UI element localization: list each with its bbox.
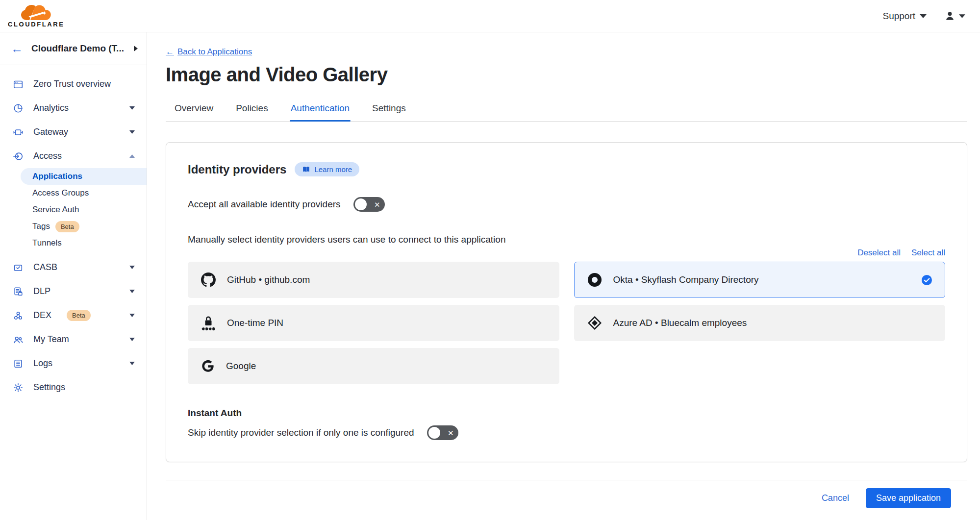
provider-card-google[interactable]: Google [188, 348, 559, 384]
window-icon [13, 79, 24, 90]
chevron-down-icon [920, 14, 927, 18]
sidebar-item-label: Logs [33, 358, 52, 369]
toggle-off-x-icon [448, 429, 454, 437]
learn-more-button[interactable]: Learn more [295, 162, 359, 176]
cloudflare-cloud-icon [20, 4, 53, 21]
chevron-down-icon [959, 14, 965, 18]
sidebar-item-label: Access [33, 151, 62, 161]
account-name[interactable]: Cloudflare Demo (T... [31, 43, 126, 54]
book-icon [302, 165, 310, 173]
beta-badge: Beta [55, 221, 79, 232]
sidebar-item-tunnels[interactable]: Tunnels [0, 235, 147, 251]
instant-auth-label: Skip identity provider selection if only… [188, 427, 414, 438]
footer-divider [166, 480, 967, 480]
cloudflare-wordmark: CLOUDFLARE [8, 21, 65, 28]
selected-check-icon [922, 275, 932, 285]
manual-select-text: Manually select identity providers users… [188, 234, 945, 245]
instant-auth-heading: Instant Auth [188, 408, 945, 419]
sidebar-item-access-groups[interactable]: Access Groups [0, 185, 147, 201]
provider-card-one-time-pin[interactable]: One-time PIN [188, 305, 559, 341]
pie-chart-icon [13, 103, 24, 114]
back-arrow-icon[interactable] [11, 43, 23, 55]
caret-down-icon [129, 106, 135, 110]
caret-down-icon [129, 362, 135, 365]
sidebar-item-label: DLP [33, 286, 50, 297]
account-switcher: Cloudflare Demo (T... [0, 32, 147, 65]
caret-down-icon [129, 130, 135, 134]
people-icon [13, 334, 24, 345]
github-icon [201, 272, 216, 287]
gear-icon [13, 382, 24, 393]
sidebar-item-tags[interactable]: Tags Beta [0, 218, 147, 235]
sidebar-nav: Zero Trust overview Analytics Gateway [0, 65, 147, 399]
cancel-button[interactable]: Cancel [822, 493, 849, 503]
sidebar-item-label: Tunnels [32, 238, 62, 248]
document-lock-icon [13, 286, 24, 297]
toggle-off-x-icon [374, 201, 380, 208]
sidebar-item-access[interactable]: Access [0, 144, 147, 168]
sidebar-item-casb[interactable]: CASB [0, 255, 147, 279]
deselect-all-link[interactable]: Deselect all [857, 248, 901, 258]
toggle-knob [428, 427, 440, 439]
support-menu[interactable]: Support [882, 11, 927, 22]
sidebar-item-gateway[interactable]: Gateway [0, 120, 147, 144]
sidebar-item-dex[interactable]: DEX Beta [0, 303, 147, 327]
provider-label: GitHub • github.com [227, 274, 310, 285]
page-title: Image and Video Gallery [166, 64, 967, 86]
back-to-applications-link[interactable]: Back to Applications [166, 47, 252, 57]
access-submenu: Applications Access Groups Service Auth … [0, 168, 147, 251]
instant-auth-toggle[interactable] [427, 425, 458, 440]
sidebar-item-label: Service Auth [32, 205, 79, 215]
caret-down-icon [129, 338, 135, 341]
cluster-icon [13, 310, 24, 321]
back-link-label: Back to Applications [177, 47, 252, 57]
beta-badge: Beta [67, 310, 91, 321]
provider-label: One-time PIN [227, 318, 283, 328]
caret-down-icon [129, 266, 135, 269]
sidebar-item-applications[interactable]: Applications [21, 168, 147, 185]
sidebar-item-logs[interactable]: Logs [0, 351, 147, 375]
casb-icon [13, 262, 24, 273]
accept-all-toggle[interactable] [353, 197, 385, 212]
sidebar-item-label: Settings [33, 382, 65, 393]
google-icon [201, 359, 215, 373]
select-all-link[interactable]: Select all [911, 248, 945, 258]
sidebar-item-my-team[interactable]: My Team [0, 327, 147, 351]
sidebar: Cloudflare Demo (T... Zero Trust overvie… [0, 32, 147, 520]
tab-settings[interactable]: Settings [371, 98, 407, 121]
caret-up-icon [129, 154, 135, 158]
sidebar-item-label: Gateway [33, 127, 68, 137]
sidebar-item-label: My Team [33, 334, 69, 345]
sidebar-item-label: Analytics [33, 103, 69, 113]
tab-policies[interactable]: Policies [235, 98, 269, 121]
provider-card-azure-ad[interactable]: Azure AD • Bluecalm employees [574, 305, 946, 341]
caret-down-icon [129, 314, 135, 317]
okta-icon [587, 272, 602, 287]
card-title: Identity providers [188, 163, 286, 176]
main-content: Back to Applications Image and Video Gal… [147, 32, 980, 520]
user-menu[interactable] [944, 10, 965, 22]
tab-authentication[interactable]: Authentication [290, 98, 351, 121]
topbar: CLOUDFLARE Support [0, 0, 980, 32]
footer-actions: Cancel Save application [166, 488, 967, 508]
one-time-pin-icon [201, 315, 216, 331]
provider-card-okta[interactable]: Okta • Skyflash Company Directory [574, 262, 946, 298]
sidebar-item-service-auth[interactable]: Service Auth [0, 201, 147, 218]
provider-grid: GitHub • github.com Okta • Skyflash Comp… [188, 262, 945, 384]
sidebar-item-dlp[interactable]: DLP [0, 279, 147, 303]
sidebar-item-label: CASB [33, 262, 57, 272]
arrow-left-icon [166, 47, 174, 57]
save-application-button[interactable]: Save application [866, 488, 951, 508]
sidebar-item-analytics[interactable]: Analytics [0, 96, 147, 120]
tab-overview[interactable]: Overview [174, 98, 214, 121]
access-icon [13, 151, 24, 162]
identity-providers-card: Identity providers Learn more Accept all… [166, 142, 967, 462]
provider-label: Okta • Skyflash Company Directory [613, 274, 759, 285]
chevron-right-icon[interactable] [134, 46, 138, 51]
sidebar-item-settings[interactable]: Settings [0, 375, 147, 399]
provider-card-github[interactable]: GitHub • github.com [188, 262, 559, 298]
toggle-knob [355, 198, 367, 210]
sidebar-item-zero-trust-overview[interactable]: Zero Trust overview [0, 72, 147, 96]
cloudflare-logo[interactable]: CLOUDFLARE [8, 4, 65, 28]
gateway-icon [13, 127, 24, 138]
